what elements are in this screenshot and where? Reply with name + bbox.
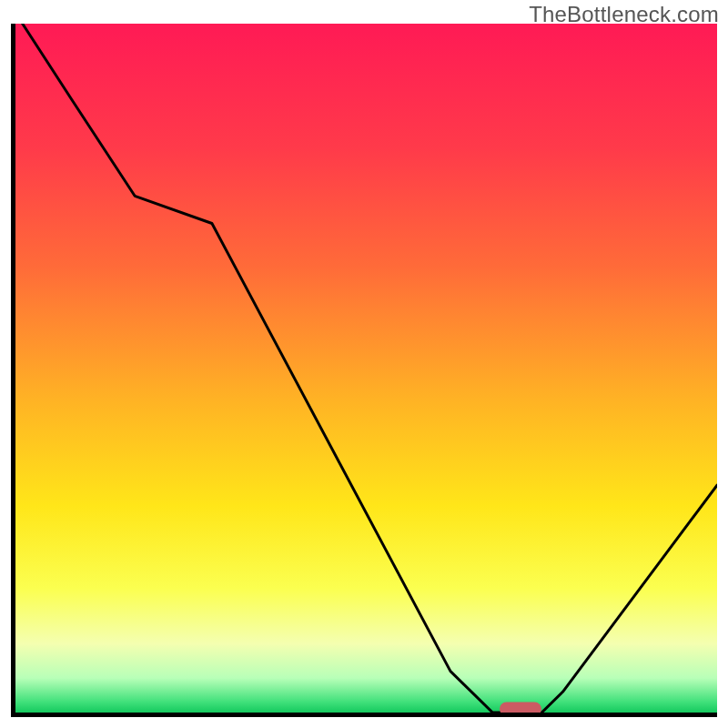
curve-layer bbox=[15, 24, 717, 713]
trough-marker bbox=[500, 703, 541, 716]
chart-stage: TheBottleneck.com bbox=[0, 0, 728, 728]
plot-area bbox=[11, 24, 717, 717]
bottleneck-curve bbox=[23, 24, 717, 713]
watermark-text: TheBottleneck.com bbox=[529, 2, 719, 27]
